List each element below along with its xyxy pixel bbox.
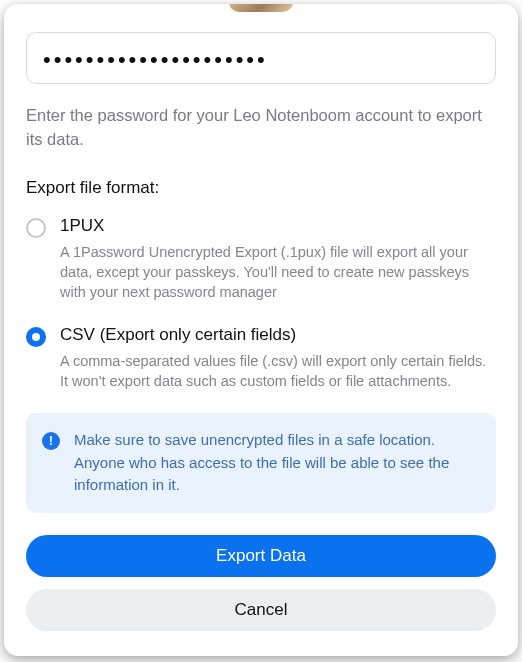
radio-option-csv[interactable]: CSV (Export only certain fields) A comma… [26, 325, 496, 392]
warning-text: Make sure to save unencrypted files in a… [74, 429, 478, 497]
radio-description: A 1Password Unencrypted Export (.1pux) f… [60, 242, 496, 303]
warning-notice: Make sure to save unencrypted files in a… [26, 413, 496, 513]
cancel-button[interactable]: Cancel [26, 589, 496, 631]
radio-checked-icon [26, 327, 46, 347]
export-dialog: Enter the password for your Leo Notenboo… [4, 4, 518, 656]
avatar [229, 4, 293, 12]
password-help-text: Enter the password for your Leo Notenboo… [26, 104, 496, 152]
alert-icon [42, 432, 60, 450]
radio-unchecked-icon [26, 218, 46, 238]
radio-title: 1PUX [60, 216, 496, 236]
export-format-label: Export file format: [26, 178, 496, 198]
export-data-button[interactable]: Export Data [26, 535, 496, 577]
radio-option-1pux[interactable]: 1PUX A 1Password Unencrypted Export (.1p… [26, 216, 496, 303]
password-input[interactable] [26, 32, 496, 84]
radio-title: CSV (Export only certain fields) [60, 325, 496, 345]
radio-description: A comma-separated values file (.csv) wil… [60, 351, 496, 392]
